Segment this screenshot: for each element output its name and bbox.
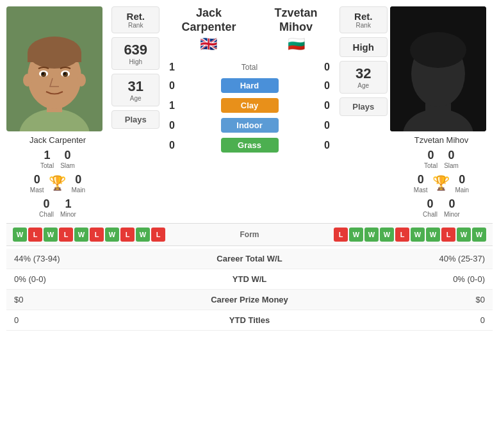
p1-total-stat: 1 Total: [40, 149, 54, 169]
hard-badge: Hard: [221, 78, 279, 93]
p2-main-stat: 0 Main: [455, 173, 469, 194]
stat-p1-val: 0% (0-0): [6, 269, 177, 290]
svg-point-11: [63, 72, 66, 75]
player2-stats-row2: 0 Mast 🏆 0 Main: [390, 173, 493, 194]
p2-total-stat: 0 Total: [424, 149, 438, 169]
player2-rank-box: Ret. Rank: [339, 6, 388, 33]
player2-photo-section: Tzvetan Mihov 0 Total 0 Slam 0 Mast 🏆: [390, 6, 493, 218]
svg-point-13: [77, 74, 86, 87]
form-badge: L: [151, 228, 165, 242]
p1-flag: 🇬🇧: [181, 36, 236, 53]
form-badge: L: [395, 228, 409, 242]
p1-main-stat: 0 Main: [71, 173, 85, 194]
p1-chall-stat: 0 Chall: [39, 197, 54, 218]
form-badge: W: [472, 228, 486, 242]
stat-label: YTD W/L: [177, 269, 323, 290]
player1-stats-row2: 0 Mast 🏆 0 Main: [6, 173, 109, 194]
player1-age-box: 31 Age: [111, 74, 160, 106]
center-surfaces-col: Jack Carpenter 🇬🇧 Tzvetan Mihov 🇧🇬 1 Tot…: [162, 6, 336, 155]
p2-slam-stat: 0 Slam: [444, 149, 459, 169]
career-stats-table: 44% (73-94) Career Total W/L 40% (25-37)…: [6, 249, 493, 331]
player1-rank-box: Ret. Rank: [111, 6, 160, 33]
player2-age-box: 32 Age: [339, 61, 388, 94]
player2-photo: [390, 6, 486, 131]
svg-point-12: [23, 74, 32, 87]
stat-label: Career Total W/L: [177, 249, 323, 269]
form-badge: L: [90, 228, 104, 242]
stat-p2-val: 0: [322, 310, 493, 331]
clay-row: 1 Clay 0: [162, 98, 336, 113]
total-row: 1 Total 0: [162, 62, 336, 73]
form-badge: W: [380, 228, 394, 242]
stat-p2-val: 40% (25-37): [322, 249, 493, 269]
stat-p1-val: 44% (73-94): [6, 249, 177, 269]
form-badge: W: [349, 228, 363, 242]
form-badge: L: [28, 228, 42, 242]
trophy2-icon: 🏆: [432, 175, 450, 192]
stats-row: 0% (0-0) YTD W/L 0% (0-0): [6, 269, 493, 290]
p1-slam-stat: 0 Slam: [60, 149, 75, 169]
player2-stats-row1: 0 Total 0 Slam: [390, 149, 493, 169]
trophy1-icon: 🏆: [49, 175, 66, 192]
stat-p1-val: $0: [6, 290, 177, 310]
p2-chall-stat: 0 Chall: [423, 197, 438, 218]
svg-point-10: [42, 72, 44, 75]
grass-row: 0 Grass 0: [162, 138, 336, 153]
form-badge: W: [411, 228, 425, 242]
clay-badge: Clay: [221, 98, 279, 113]
stat-label: Career Prize Money: [177, 290, 323, 310]
stat-p2-val: 0% (0-0): [322, 269, 493, 290]
p1-name-header: Jack Carpenter 🇬🇧: [181, 6, 236, 53]
form-badge: W: [74, 228, 88, 242]
p1-mast-stat: 0 Mast: [30, 173, 44, 194]
stats-row: 0 YTD Titles 0: [6, 310, 493, 331]
form-badge: L: [441, 228, 455, 242]
indoor-badge: Indoor: [221, 118, 279, 133]
player2-plays-box: Plays: [339, 97, 388, 116]
player2-middle-panel: Ret. Rank High 32 Age Plays: [337, 6, 390, 120]
form-badge: W: [13, 228, 27, 242]
p2-flag: 🇧🇬: [275, 36, 318, 53]
form-badge: W: [44, 228, 58, 242]
player1-stats-row1: 1 Total 0 Slam: [6, 149, 109, 169]
player1-photo-section: Jack Carpenter 1 Total 0 Slam 0 Mast 🏆: [6, 6, 109, 218]
player-comparison-section: Jack Carpenter 1 Total 0 Slam 0 Mast 🏆: [6, 6, 493, 218]
form-badge: L: [334, 228, 348, 242]
stats-row: 44% (73-94) Career Total W/L 40% (25-37): [6, 249, 493, 269]
hard-row: 0 Hard 0: [162, 78, 336, 93]
form-label: Form: [218, 230, 282, 239]
form-section: WLWLWLWLWL Form LWWWLWWLWW: [6, 223, 493, 246]
p2-minor-stat: 0 Minor: [444, 197, 460, 218]
stat-label: YTD Titles: [177, 310, 323, 331]
player2-form: LWWWLWWLWW: [282, 228, 487, 242]
player1-name-label: Jack Carpenter: [6, 135, 109, 145]
stat-p1-val: 0: [6, 310, 177, 331]
form-badge: W: [136, 228, 150, 242]
p1-minor-stat: 1 Minor: [60, 197, 76, 218]
grass-badge: Grass: [221, 138, 279, 153]
player1-stats-row3: 0 Chall 1 Minor: [6, 197, 109, 218]
form-badge: W: [426, 228, 440, 242]
form-badge: L: [59, 228, 73, 242]
svg-point-18: [410, 32, 466, 68]
stats-row: $0 Career Prize Money $0: [6, 290, 493, 310]
indoor-row: 0 Indoor 0: [162, 118, 336, 133]
player1-middle-panel: Ret. Rank 639 High 31 Age Plays: [109, 6, 162, 133]
p2-mast-stat: 0 Mast: [414, 173, 428, 194]
player1-photo: [6, 6, 102, 131]
main-container: Jack Carpenter 1 Total 0 Slam 0 Mast 🏆: [0, 0, 499, 337]
player1-plays-box: Plays: [111, 110, 160, 129]
total-label: Total: [181, 63, 317, 72]
svg-rect-5: [28, 53, 81, 62]
player2-stats-row3: 0 Chall 0 Minor: [390, 197, 493, 218]
stat-p2-val: $0: [322, 290, 493, 310]
player-names-header: Jack Carpenter 🇬🇧 Tzvetan Mihov 🇧🇬: [162, 6, 336, 53]
player2-name-label: Tzvetan Mihov: [390, 135, 493, 145]
form-badge: W: [364, 228, 379, 242]
form-badge: L: [120, 228, 135, 242]
player1-form: WLWLWLWLWL: [13, 228, 218, 242]
player1-high-box: 639 High: [111, 37, 160, 70]
form-badge: W: [105, 228, 119, 242]
p2-name-header: Tzvetan Mihov 🇧🇬: [275, 6, 318, 53]
form-badge: W: [457, 228, 471, 242]
